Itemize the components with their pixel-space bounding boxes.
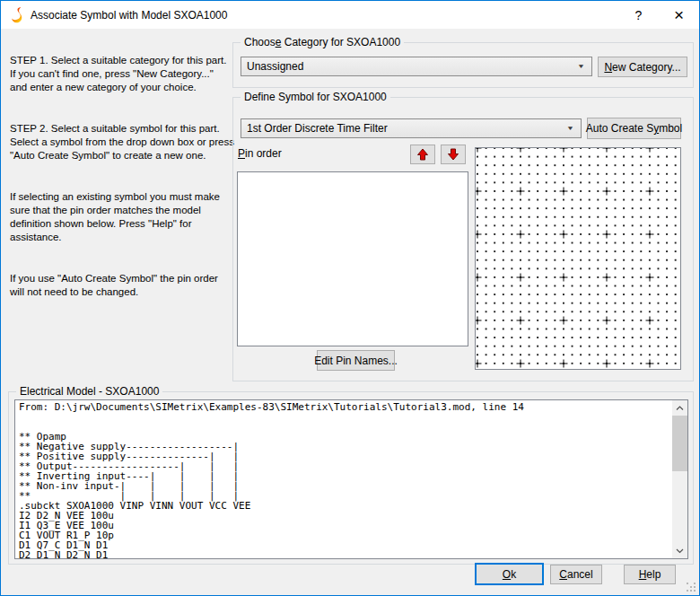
grid-plus-marker (603, 231, 611, 239)
grid-plus-marker (646, 188, 654, 196)
grid-plus-marker (517, 274, 525, 282)
edit-pin-names-button[interactable]: Edit Pin Names... (317, 350, 395, 371)
grid-plus-marker (603, 274, 611, 282)
grid-plus-marker (517, 317, 525, 325)
associate-symbol-dialog: Associate Symbol with Model SXOA1000 ? ×… (0, 0, 700, 596)
chevron-down-icon (676, 548, 684, 554)
label-mnemonic: P (238, 147, 245, 160)
instruction-step1: STEP 1. Select a suitable category for t… (10, 54, 240, 94)
label-mnemonic: O (503, 568, 511, 581)
grid-plus-marker (646, 147, 654, 153)
choose-category-groupbox: Choose Category for SXOA1000 Unassigned … (232, 42, 694, 88)
ok-button[interactable]: Ok (475, 563, 544, 585)
symbol-dropdown[interactable]: 1st Order Discrete Time Filter ▼ (241, 118, 582, 138)
grid-plus-marker (475, 360, 482, 368)
pin-order-listbox[interactable] (237, 171, 468, 346)
scroll-down-button[interactable] (672, 543, 687, 558)
grid-plus-marker (560, 274, 568, 282)
simetrix-logo-icon (9, 6, 25, 24)
new-category-button[interactable]: New Category... (598, 57, 687, 77)
red-arrow-up-icon (416, 148, 429, 161)
grid-plus-marker (560, 147, 568, 153)
label-part: ew Category... (612, 61, 680, 74)
grid-plus-marker (603, 188, 611, 196)
label-part: Auto Create S (586, 122, 653, 135)
choose-category-group-title: Choose Category for SXOA1000 (241, 36, 404, 48)
grid-plus-marker (603, 317, 611, 325)
grid-plus-marker (475, 274, 482, 282)
label-part: in order (245, 147, 282, 160)
scroll-up-button[interactable] (672, 400, 687, 416)
define-symbol-group-title: Define Symbol for SXOA1000 (241, 91, 390, 103)
symbol-preview (475, 147, 681, 370)
pin-order-label: Pin order (238, 147, 282, 160)
define-symbol-groupbox: Define Symbol for SXOA1000 1st Order Dis… (232, 97, 694, 381)
label-mnemonic: H (639, 568, 647, 581)
scrollbar-thumb[interactable] (672, 416, 687, 471)
grid-plus-marker (517, 360, 525, 368)
grid-plus-marker (517, 188, 525, 196)
move-pin-down-button[interactable] (441, 145, 466, 164)
resize-grip[interactable] (687, 583, 696, 592)
chevron-down-icon: ▼ (577, 63, 585, 70)
window-title: Associate Symbol with Model SXOA1000 (31, 9, 227, 22)
electrical-model-groupbox: Electrical Model - SXOA1000 From: D:\jrw… (8, 391, 694, 565)
label-mnemonic: C (559, 568, 567, 581)
electrical-model-group-title: Electrical Model - SXOA1000 (16, 385, 162, 398)
grid-plus-marker (560, 317, 568, 325)
grid-plus-marker (646, 274, 654, 282)
model-scrollbar[interactable] (672, 400, 687, 558)
instruction-auto-create-note: If you use "Auto Create Symbol" the pin … (10, 272, 240, 299)
label-part: Category for SXOA1000 (281, 36, 400, 48)
model-text-view[interactable]: From: D:\jrw\Documents\SIMetrix\Examples… (14, 399, 688, 559)
chevron-up-icon (676, 406, 684, 411)
label-part: mbol (659, 122, 682, 135)
label-part: elp (646, 568, 661, 581)
cancel-button[interactable]: Cancel (550, 565, 602, 584)
title-bar[interactable]: Associate Symbol with Model SXOA1000 ? × (1, 1, 699, 29)
instructions-panel: STEP 1. Select a suitable category for t… (10, 40, 240, 327)
help-icon: ? (635, 8, 643, 22)
grid-plus-marker (646, 360, 654, 368)
grid-plus-marker (560, 231, 568, 239)
help-titlebar-button[interactable]: ? (618, 1, 659, 29)
grid-plus-marker (646, 231, 654, 239)
symbol-dropdown-value: 1st Order Discrete Time Filter (247, 122, 388, 135)
model-netlist-text: From: D:\jrw\Documents\SIMetrix\Examples… (19, 402, 524, 559)
grid-plus-marker (560, 188, 568, 196)
grid-plus-marker (603, 360, 611, 368)
grid-plus-marker (517, 147, 525, 153)
chevron-down-icon: ▼ (566, 125, 574, 132)
instruction-step2: STEP 2. Select a suitable symbol for thi… (10, 122, 240, 162)
label-mnemonic: N (604, 61, 612, 74)
label-part: Choos (244, 36, 276, 48)
grid-plus-marker (475, 147, 482, 153)
close-icon: × (674, 6, 684, 23)
category-dropdown[interactable]: Unassigned ▼ (241, 57, 592, 76)
auto-create-symbol-button[interactable]: Auto Create Symbol (587, 118, 681, 139)
grid-plus-marker (517, 231, 525, 239)
label-part: ancel (567, 568, 593, 581)
help-button[interactable]: Help (624, 565, 676, 584)
instruction-pin-order-note: If selecting an existing symbol you must… (10, 190, 240, 244)
category-dropdown-value: Unassigned (247, 60, 303, 73)
move-pin-up-button[interactable] (410, 145, 435, 164)
grid-plus-marker (646, 317, 654, 325)
grid-plus-marker (475, 188, 482, 196)
label-part: k (511, 568, 516, 581)
grid-plus-marker (475, 317, 482, 325)
red-arrow-down-icon (447, 148, 459, 161)
close-button[interactable]: × (659, 1, 699, 29)
grid-plus-marker (603, 147, 611, 153)
grid-plus-marker (475, 231, 482, 239)
grid-plus-marker (560, 360, 568, 368)
